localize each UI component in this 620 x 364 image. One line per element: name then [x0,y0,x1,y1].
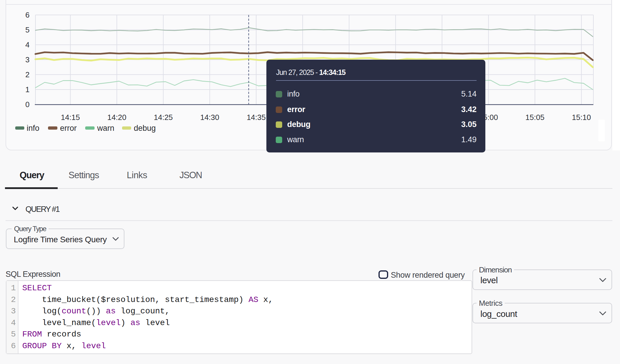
svg-text:14:15: 14:15 [61,113,80,122]
svg-text:3: 3 [25,55,30,64]
svg-text:14:20: 14:20 [107,113,126,122]
svg-text:4: 4 [25,40,30,49]
svg-text:warn: warn [97,124,114,133]
svg-text:debug: debug [134,124,156,133]
svg-text:error: error [60,124,77,133]
svg-text:15:10: 15:10 [572,113,591,122]
svg-text:2: 2 [25,70,30,79]
svg-text:6: 6 [25,11,30,19]
svg-text:14:25: 14:25 [154,113,173,122]
svg-text:info: info [27,124,40,133]
svg-text:14:35: 14:35 [247,113,266,122]
svg-text:0: 0 [25,100,30,109]
svg-text:15:05: 15:05 [525,113,544,122]
svg-text:1: 1 [25,85,30,94]
svg-text:14:30: 14:30 [200,113,219,122]
svg-text:5: 5 [25,25,30,34]
